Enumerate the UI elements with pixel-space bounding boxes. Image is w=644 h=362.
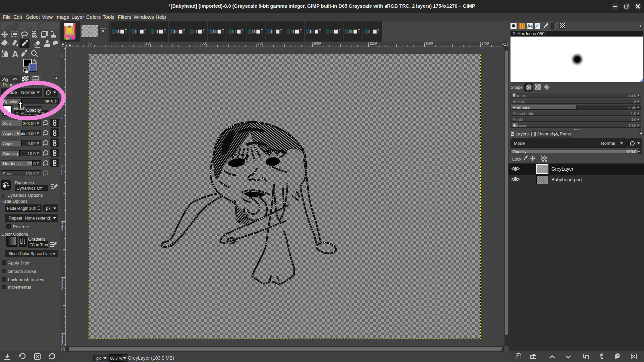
svg-text:0: 0 (90, 42, 92, 45)
svg-text:1000: 1000 (313, 42, 321, 45)
svg-text:0: 0 (61, 343, 63, 346)
svg-text:Channels: Channels (537, 131, 555, 136)
svg-text:500: 500 (202, 42, 207, 45)
svg-text:250: 250 (146, 42, 151, 45)
svg-text:Paths: Paths (560, 131, 571, 136)
svg-text:1500: 1500 (425, 42, 433, 45)
svg-text:0: 0 (61, 172, 63, 176)
svg-text:1250: 1250 (369, 42, 377, 45)
svg-text:Aa: Aa (527, 23, 533, 28)
svg-text:0: 0 (61, 54, 63, 58)
svg-text:Layers: Layers (516, 131, 529, 136)
svg-text:0: 0 (61, 116, 63, 120)
svg-text:750: 750 (258, 42, 263, 45)
svg-text:0: 0 (61, 228, 63, 232)
svg-text:0: 0 (61, 287, 63, 291)
svg-text:1750: 1750 (481, 42, 489, 45)
